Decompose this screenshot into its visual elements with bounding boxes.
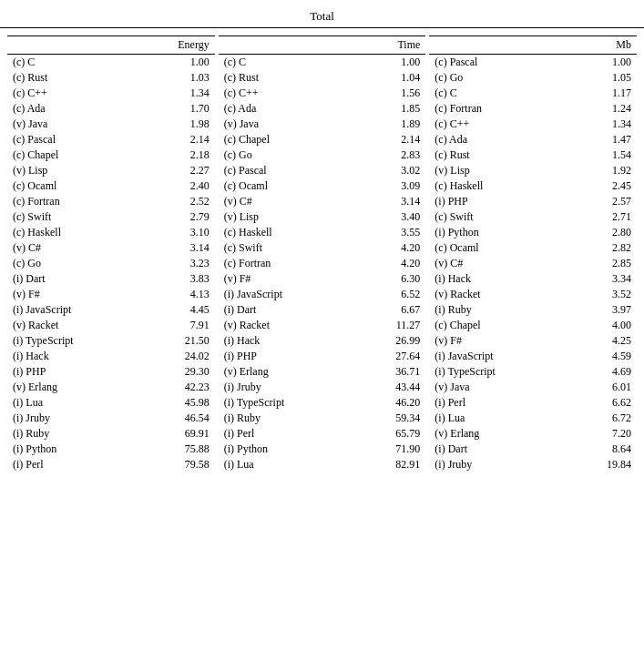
- table-row: (i) Lua82.91: [219, 457, 426, 472]
- value-cell: 1.03: [138, 70, 215, 86]
- table-row: (v) Racket11.27: [219, 318, 426, 333]
- table-row: (c) C1.00: [219, 55, 426, 71]
- language-cell: (v) Erlang: [219, 364, 357, 380]
- table-row: (c) Pascal3.02: [219, 163, 426, 178]
- language-cell: (i) Hack: [219, 333, 357, 349]
- value-cell: 3.14: [138, 240, 215, 256]
- time-table-body: (c) C1.00(c) Rust1.04(c) C++1.56(c) Ada1…: [219, 55, 426, 473]
- table-row: (i) JavaScript6.52: [219, 287, 426, 302]
- value-cell: 1.24: [568, 101, 638, 117]
- table-row: (c) Ocaml2.40: [7, 178, 215, 194]
- table-row: (i) Jruby43.44: [219, 380, 426, 395]
- language-cell: (c) Ada: [429, 132, 567, 147]
- value-cell: 3.09: [357, 178, 426, 194]
- language-cell: (c) Fortran: [219, 256, 357, 271]
- value-cell: 2.79: [138, 209, 215, 225]
- value-cell: 6.52: [357, 287, 426, 302]
- table-row: (c) Fortran1.24: [429, 101, 637, 117]
- table-row: (i) Jruby19.84: [429, 457, 637, 472]
- language-cell: (i) JavaScript: [429, 349, 567, 364]
- language-cell: (c) Chapel: [429, 318, 567, 333]
- value-cell: 2.71: [568, 209, 638, 225]
- table-row: (c) C++1.34: [429, 117, 637, 132]
- value-cell: 6.01: [568, 380, 638, 395]
- language-cell: (i) Jruby: [7, 411, 138, 426]
- time-col1-header: [219, 36, 357, 55]
- value-cell: 46.54: [138, 411, 215, 426]
- value-cell: 2.52: [138, 194, 215, 209]
- value-cell: 65.79: [357, 426, 426, 442]
- language-cell: (c) Haskell: [219, 225, 357, 240]
- language-cell: (i) Perl: [219, 426, 357, 442]
- value-cell: 71.90: [357, 442, 426, 457]
- table-row: (i) Lua6.72: [429, 411, 637, 426]
- language-cell: (v) C#: [7, 240, 138, 256]
- language-cell: (c) Ocaml: [219, 178, 357, 194]
- language-cell: (i) Python: [219, 442, 357, 457]
- value-cell: 29.30: [138, 364, 215, 380]
- value-cell: 1.34: [138, 86, 215, 101]
- value-cell: 6.67: [357, 302, 426, 318]
- table-row: (c) Pascal1.00: [429, 55, 637, 71]
- language-cell: (i) Jruby: [429, 457, 567, 472]
- mb-table: Mb (c) Pascal1.00(c) Go1.05(c) C1.17(c) …: [429, 36, 637, 472]
- value-cell: 82.91: [357, 457, 426, 472]
- table-row: (i) Dart6.67: [219, 302, 426, 318]
- value-cell: 4.20: [357, 256, 426, 271]
- language-cell: (c) C++: [7, 86, 138, 101]
- table-row: (c) Rust1.04: [219, 70, 426, 86]
- language-cell: (c) Pascal: [7, 132, 138, 147]
- language-cell: (v) Lisp: [7, 163, 138, 178]
- value-cell: 6.72: [568, 411, 638, 426]
- value-cell: 1.54: [568, 147, 638, 163]
- time-col2-header: Time: [357, 36, 426, 55]
- language-cell: (c) Swift: [429, 209, 567, 225]
- language-cell: (c) Haskell: [429, 178, 567, 194]
- value-cell: 2.82: [568, 240, 638, 256]
- value-cell: 7.91: [138, 318, 215, 333]
- language-cell: (i) JavaScript: [7, 302, 138, 318]
- value-cell: 2.14: [138, 132, 215, 147]
- value-cell: 1.98: [138, 117, 215, 132]
- value-cell: 3.10: [138, 225, 215, 240]
- language-cell: (c) Chapel: [7, 147, 138, 163]
- value-cell: 1.85: [357, 101, 426, 117]
- table-row: (v) Java6.01: [429, 380, 637, 395]
- language-cell: (i) PHP: [219, 349, 357, 364]
- table-row: (v) Erlang36.71: [219, 364, 426, 380]
- language-cell: (c) Ada: [7, 101, 138, 117]
- language-cell: (v) C#: [429, 256, 567, 271]
- language-cell: (v) Lisp: [219, 209, 357, 225]
- table-row: (i) PHP2.57: [429, 194, 637, 209]
- language-cell: (i) Lua: [219, 457, 357, 472]
- language-cell: (c) C: [219, 55, 357, 71]
- value-cell: 1.70: [138, 101, 215, 117]
- value-cell: 43.44: [357, 380, 426, 395]
- energy-col2-header: Energy: [138, 36, 215, 55]
- value-cell: 2.40: [138, 178, 215, 194]
- table-row: (i) PHP29.30: [7, 364, 215, 380]
- table-row: (c) Chapel2.14: [219, 132, 426, 147]
- language-cell: (c) Ocaml: [429, 240, 567, 256]
- energy-col1-header: [7, 36, 138, 55]
- table-row: (c) Rust1.03: [7, 70, 215, 86]
- table-row: (v) Lisp2.27: [7, 163, 215, 178]
- table-row: (c) Ada1.47: [429, 132, 637, 147]
- language-cell: (v) Lisp: [429, 163, 567, 178]
- table-row: (c) C1.17: [429, 86, 637, 101]
- language-cell: (v) Racket: [429, 287, 567, 302]
- table-row: (i) JavaScript4.45: [7, 302, 215, 318]
- value-cell: 7.20: [568, 426, 638, 442]
- value-cell: 46.20: [357, 395, 426, 411]
- table-row: (i) Ruby69.91: [7, 426, 215, 442]
- table-row: (v) F#4.13: [7, 287, 215, 302]
- table-row: (i) TypeScript4.69: [429, 364, 637, 380]
- language-cell: (i) JavaScript: [219, 287, 357, 302]
- value-cell: 1.00: [568, 55, 638, 71]
- table-row: (c) Chapel4.00: [429, 318, 637, 333]
- table-row: (c) Ocaml2.82: [429, 240, 637, 256]
- language-cell: (c) Chapel: [219, 132, 357, 147]
- language-cell: (c) Fortran: [429, 101, 567, 117]
- table-row: (c) Haskell3.10: [7, 225, 215, 240]
- value-cell: 1.00: [357, 55, 426, 71]
